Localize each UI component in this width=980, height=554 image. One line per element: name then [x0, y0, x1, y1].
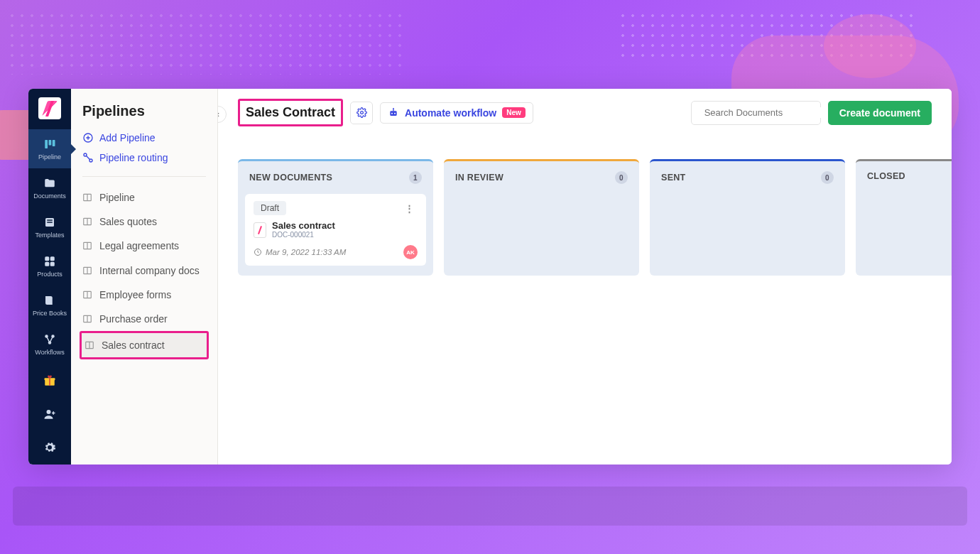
nav-gift[interactable] [28, 364, 71, 398]
sidebar-item-purchase-order[interactable]: Purchase order [71, 307, 217, 331]
document-icon [254, 222, 266, 238]
automate-workflow-button[interactable]: Automate workflow New [380, 102, 533, 124]
column-closed: CLOSED [856, 159, 952, 276]
svg-point-27 [360, 112, 363, 114]
svg-rect-9 [50, 262, 55, 266]
pipeline-routing-action[interactable]: Pipeline routing [71, 148, 217, 168]
svg-rect-6 [45, 256, 49, 261]
column-sent: SENT 0 [650, 159, 845, 276]
nav-label: Price Books [33, 310, 67, 317]
svg-point-30 [394, 112, 396, 114]
templates-icon [43, 216, 56, 229]
columns-icon [82, 314, 92, 324]
workflow-icon [43, 333, 56, 346]
status-badge: Draft [254, 201, 286, 215]
search-box[interactable] [691, 101, 821, 125]
app-window: Pipeline Documents Templates Products Pr… [28, 89, 952, 465]
nav-settings[interactable] [28, 431, 71, 465]
pipeline-routing-label: Pipeline routing [99, 152, 168, 163]
main-content: ‹ Sales Contract Automate workflow New C… [218, 89, 952, 465]
count-badge: 0 [821, 171, 834, 184]
folder-icon [43, 177, 56, 190]
count-badge: 1 [409, 171, 422, 184]
sidebar-item-sales-contract[interactable]: Sales contract [82, 333, 207, 357]
highlight-annotation: Sales Contract [238, 99, 343, 126]
svg-rect-28 [390, 111, 396, 116]
chevron-left-icon: ‹ [218, 109, 219, 119]
columns-icon [82, 241, 92, 251]
app-logo[interactable] [38, 97, 61, 119]
list-item-label: Pipeline [99, 191, 135, 204]
column-in-review: IN REVIEW 0 [444, 159, 639, 276]
list-item-label: Sales quotes [99, 215, 157, 228]
robot-icon [388, 107, 399, 119]
page-title: Sales Contract [246, 105, 335, 120]
avatar: AK [403, 245, 418, 259]
gear-icon [43, 441, 56, 454]
sidebar-item-internal-docs[interactable]: Internal company docs [71, 259, 217, 283]
svg-rect-1 [49, 140, 52, 146]
card-title: Sales contract [272, 221, 335, 231]
column-title: SENT [661, 173, 686, 183]
nav-label: Workflows [35, 349, 64, 356]
decorative-shadow [13, 487, 967, 526]
card-doc-id: DOC-000021 [272, 231, 335, 239]
nav-pipeline[interactable]: Pipeline [28, 129, 71, 168]
list-item-label: Internal company docs [99, 264, 200, 277]
svg-rect-2 [53, 140, 55, 146]
decorative-dots [7, 11, 405, 75]
settings-button[interactable] [350, 102, 373, 124]
columns-icon [85, 340, 94, 350]
nav-label: Products [37, 271, 62, 278]
nav-price-books[interactable]: Price Books [28, 286, 71, 325]
list-item-label: Sales contract [102, 339, 165, 352]
nav-products[interactable]: Products [28, 246, 71, 286]
columns-icon [82, 266, 92, 276]
nav-documents[interactable]: Documents [28, 168, 71, 207]
svg-rect-0 [45, 140, 48, 148]
column-new-documents: NEW DOCUMENTS 1 Draft ⋮ Sales contract D… [238, 159, 433, 276]
create-document-button[interactable]: Create document [828, 101, 932, 125]
search-input[interactable] [704, 107, 824, 118]
grid-icon [43, 255, 56, 268]
count-badge: 0 [615, 171, 628, 184]
card-more-button[interactable]: ⋮ [402, 203, 418, 214]
collapse-sidebar-button[interactable]: ‹ [218, 106, 227, 123]
nav-label: Pipeline [38, 153, 61, 161]
add-user-icon [43, 408, 56, 420]
svg-rect-8 [45, 262, 49, 266]
nav-add-user[interactable] [28, 398, 71, 431]
card-timestamp: Mar 9, 2022 11:33 AM [254, 248, 346, 256]
nav-templates[interactable]: Templates [28, 207, 71, 246]
nav-workflows[interactable]: Workflows [28, 325, 71, 364]
add-pipeline-action[interactable]: Add Pipeline [71, 128, 217, 148]
sidebar-item-sales-quotes[interactable]: Sales quotes [71, 210, 217, 234]
topbar: Sales Contract Automate workflow New Cre… [238, 99, 952, 126]
gift-icon [43, 374, 56, 387]
nav-rail: Pipeline Documents Templates Products Pr… [28, 89, 71, 465]
divider [82, 176, 206, 177]
list-item-label: Legal agreements [99, 239, 179, 252]
sidebar-title: Pipelines [71, 103, 217, 128]
svg-rect-15 [49, 378, 50, 386]
kanban-board: NEW DOCUMENTS 1 Draft ⋮ Sales contract D… [238, 159, 952, 276]
column-title: IN REVIEW [455, 173, 503, 183]
svg-point-29 [391, 112, 393, 114]
gear-icon [356, 107, 367, 118]
sidebar-item-employee-forms[interactable]: Employee forms [71, 283, 217, 307]
sidebar-item-legal-agreements[interactable]: Legal agreements [71, 234, 217, 258]
new-badge: New [502, 107, 526, 118]
plus-circle-icon [82, 132, 94, 143]
svg-rect-5 [47, 222, 53, 223]
nav-label: Documents [33, 192, 66, 200]
sidebar-item-pipeline[interactable]: Pipeline [71, 185, 217, 210]
svg-point-31 [393, 108, 394, 109]
columns-icon [82, 192, 92, 202]
columns-icon [82, 217, 92, 227]
document-card[interactable]: Draft ⋮ Sales contract DOC-000021 M [245, 194, 426, 266]
kanban-icon [43, 138, 56, 151]
column-title: CLOSED [867, 171, 905, 181]
list-item-label: Employee forms [99, 288, 171, 301]
columns-icon [82, 290, 92, 300]
clock-icon [254, 248, 262, 256]
